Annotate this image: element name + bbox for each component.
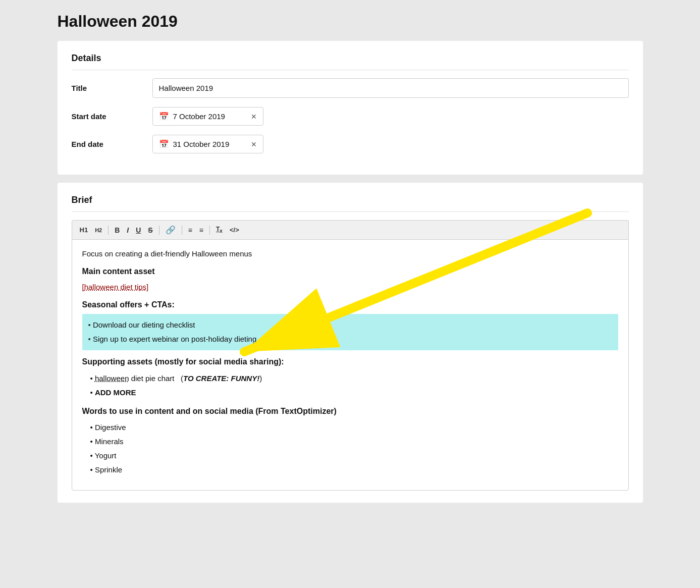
list-item: Sprinkle bbox=[90, 463, 618, 477]
toolbar-separator-4 bbox=[209, 226, 210, 235]
toolbar-separator-1 bbox=[108, 226, 109, 235]
seasonal-items-list: Download our dieting checklist Sign up t… bbox=[82, 314, 618, 350]
toolbar-h2-button[interactable]: H2 bbox=[92, 226, 104, 235]
seasonal-heading: Seasonal offers + CTAs: bbox=[82, 298, 618, 311]
toolbar-link-button[interactable]: 🔗 bbox=[163, 224, 178, 236]
title-field-row: Title bbox=[72, 78, 629, 98]
title-label: Title bbox=[72, 84, 152, 92]
toolbar-italic-button[interactable]: I bbox=[124, 225, 131, 236]
calendar-icon: 📅 bbox=[159, 112, 169, 121]
end-date-picker[interactable]: 📅 31 October 2019 ✕ bbox=[152, 135, 263, 153]
list-item: Sign up to expert webinar on post-holida… bbox=[88, 332, 612, 346]
details-card: Details Title Start date 📅 7 October 201… bbox=[58, 41, 643, 175]
list-item: halloween diet pie chart (TO CREATE: FUN… bbox=[90, 371, 618, 386]
start-date-clear-icon[interactable]: ✕ bbox=[251, 113, 257, 121]
list-item: ADD MORE bbox=[90, 386, 618, 400]
toolbar-strikethrough-button[interactable]: S bbox=[145, 225, 155, 236]
end-date-label: End date bbox=[72, 140, 152, 148]
toolbar-code-button[interactable]: </> bbox=[227, 225, 242, 235]
words-list: Digestive Minerals Yogurt Sprinkle bbox=[82, 420, 618, 477]
editor-content[interactable]: Focus on creating a diet-friendly Hallow… bbox=[72, 239, 629, 491]
words-heading: Words to use in content and on social me… bbox=[82, 405, 618, 418]
page-title: Halloween 2019 bbox=[58, 12, 643, 31]
supporting-assets-list: halloween diet pie chart (TO CREATE: FUN… bbox=[82, 371, 618, 400]
editor-toolbar: H1 H2 B I U S 🔗 ≡ ≡ Tx </> bbox=[72, 220, 629, 239]
title-input[interactable] bbox=[152, 78, 629, 98]
start-date-value: 7 October 2019 bbox=[173, 112, 247, 121]
toolbar-unordered-list-button[interactable]: ≡ bbox=[197, 225, 206, 236]
start-date-label: Start date bbox=[72, 112, 152, 121]
main-content-heading: Main content asset bbox=[82, 265, 618, 278]
intro-text: Focus on creating a diet-friendly Hallow… bbox=[82, 248, 618, 260]
toolbar-ordered-list-button[interactable]: ≡ bbox=[186, 225, 195, 236]
main-content-link-text[interactable]: [halloween diet tips] bbox=[82, 283, 149, 291]
supporting-heading: Supporting assets (mostly for social med… bbox=[82, 355, 618, 368]
toolbar-separator-2 bbox=[159, 226, 159, 235]
toolbar-bold-button[interactable]: B bbox=[112, 225, 122, 236]
end-date-clear-icon[interactable]: ✕ bbox=[251, 140, 257, 148]
list-item: Digestive bbox=[90, 420, 618, 435]
end-date-value: 31 October 2019 bbox=[173, 140, 247, 148]
brief-card: Brief H1 H2 B I U S 🔗 ≡ ≡ Tx </> Focus o… bbox=[58, 183, 643, 503]
start-date-field-row: Start date 📅 7 October 2019 ✕ bbox=[72, 107, 629, 126]
details-section-title: Details bbox=[72, 53, 629, 70]
start-date-picker[interactable]: 📅 7 October 2019 ✕ bbox=[152, 107, 263, 126]
list-item: Yogurt bbox=[90, 449, 618, 463]
list-item: Minerals bbox=[90, 435, 618, 449]
list-item: Download our dieting checklist bbox=[88, 318, 612, 332]
toolbar-clear-format-button[interactable]: Tx bbox=[213, 224, 225, 235]
toolbar-separator-3 bbox=[182, 226, 182, 235]
to-create-text: TO CREATE: FUNNY! bbox=[183, 374, 259, 383]
end-date-field-row: End date 📅 31 October 2019 ✕ bbox=[72, 135, 629, 153]
add-more-text: ADD MORE bbox=[95, 388, 136, 397]
brief-section-title: Brief bbox=[72, 195, 629, 212]
toolbar-h1-button[interactable]: H1 bbox=[77, 225, 91, 235]
toolbar-underline-button[interactable]: U bbox=[133, 225, 143, 236]
main-content-link: [halloween diet tips] bbox=[82, 281, 618, 293]
calendar-icon-end: 📅 bbox=[159, 139, 169, 149]
